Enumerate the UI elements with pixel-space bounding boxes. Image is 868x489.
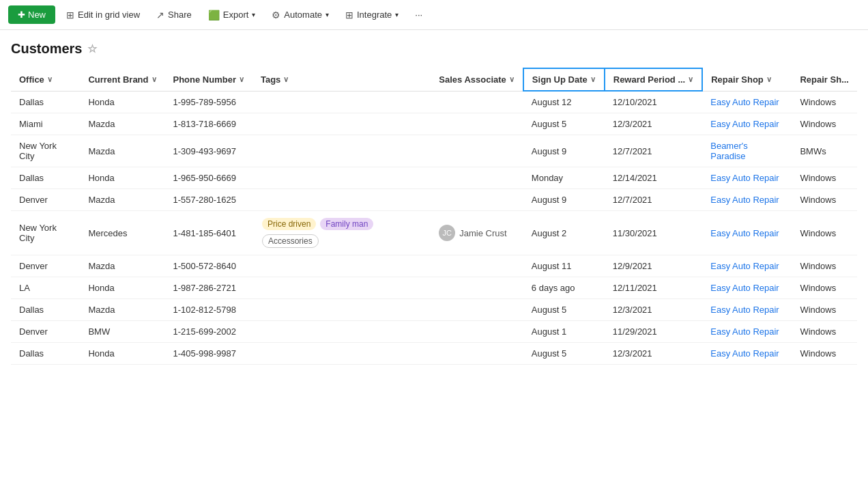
sort-icon-signup: ∨ xyxy=(590,75,596,84)
cell-repair_shop: Easy Auto Repair xyxy=(702,299,792,321)
integrate-button[interactable]: ⊞ Integrate ▾ xyxy=(340,6,404,24)
automate-button[interactable]: ⚙ Automate ▾ xyxy=(266,6,334,24)
cell-office: Miami xyxy=(11,113,80,135)
col-header-tags[interactable]: Tags ∨ xyxy=(252,68,431,91)
chevron-down-icon: ▾ xyxy=(252,11,255,18)
repair-shop-link[interactable]: Easy Auto Repair xyxy=(710,326,779,337)
cell-reward_period: 12/7/2021 xyxy=(605,135,702,167)
repair-shop-link[interactable]: Beamer's Paradise xyxy=(710,141,748,161)
col-header-office[interactable]: Office ∨ xyxy=(11,68,80,91)
repair-shop-link[interactable]: Easy Auto Repair xyxy=(710,305,779,315)
cell-office: Denver xyxy=(11,255,80,277)
more-options-button[interactable]: ··· xyxy=(409,6,428,23)
cell-phone_number: 1-405-998-9987 xyxy=(165,343,252,365)
repair-shop-link[interactable]: Easy Auto Repair xyxy=(710,348,779,359)
cell-office: Dallas xyxy=(11,299,80,321)
cell-sign_up_date: August 5 xyxy=(523,343,605,365)
table-row: DallasHonda1-995-789-5956August 1212/10/… xyxy=(11,91,857,113)
avatar: JC xyxy=(439,225,455,241)
tag-badge: Accessories xyxy=(262,234,319,248)
chevron-down-icon: ▾ xyxy=(326,11,329,18)
col-header-current-brand[interactable]: Current Brand ∨ xyxy=(80,68,164,91)
cell-current_brand: Mazda xyxy=(80,299,164,321)
repair-shop-link[interactable]: Easy Auto Repair xyxy=(710,173,779,183)
repair-shop-link[interactable]: Easy Auto Repair xyxy=(710,97,779,107)
sort-icon-repair: ∨ xyxy=(766,75,772,84)
table-row: DenverMazda1-557-280-1625August 912/7/20… xyxy=(11,189,857,211)
repair-shop-link[interactable]: Easy Auto Repair xyxy=(710,228,779,238)
table-row: DenverBMW1-215-699-2002August 111/29/202… xyxy=(11,321,857,343)
automate-icon: ⚙ xyxy=(272,10,280,20)
cell-phone_number: 1-309-493-9697 xyxy=(165,135,252,167)
cell-phone_number: 1-102-812-5798 xyxy=(165,299,252,321)
repair-shop-link[interactable]: Easy Auto Repair xyxy=(710,119,779,129)
cell-sales_associate xyxy=(431,135,523,167)
cell-phone_number: 1-481-185-6401 xyxy=(165,211,252,255)
cell-sign_up_date: August 1 xyxy=(523,321,605,343)
cell-phone_number: 1-813-718-6669 xyxy=(165,113,252,135)
cell-current_brand: Mercedes xyxy=(80,211,164,255)
page-content: Customers ☆ Office ∨ Current Brand ∨ xyxy=(0,30,868,365)
cell-repair_sh2: Windows xyxy=(792,277,857,299)
cell-current_brand: Honda xyxy=(80,343,164,365)
cell-sign_up_date: August 5 xyxy=(523,299,605,321)
export-button[interactable]: 🟩 Export ▾ xyxy=(203,6,261,24)
cell-phone_number: 1-995-789-5956 xyxy=(165,91,252,113)
cell-repair_sh2: Windows xyxy=(792,299,857,321)
sort-icon-brand: ∨ xyxy=(151,75,157,84)
col-header-phone-number[interactable]: Phone Number ∨ xyxy=(165,68,252,91)
cell-reward_period: 12/10/2021 xyxy=(605,91,702,113)
cell-repair_shop: Easy Auto Repair xyxy=(702,321,792,343)
share-button[interactable]: ↗ Share xyxy=(151,6,197,24)
col-header-repair-shop[interactable]: Repair Shop ∨ xyxy=(702,68,792,91)
cell-sales_associate xyxy=(431,321,523,343)
grid-icon: ⊞ xyxy=(66,10,74,20)
table-row: DenverMazda1-500-572-8640August 1112/9/2… xyxy=(11,255,857,277)
tag-badge: Price driven xyxy=(262,218,316,230)
cell-sales_associate xyxy=(431,113,523,135)
table-row: LAHonda1-987-286-27216 days ago12/11/202… xyxy=(11,277,857,299)
sort-icon-office: ∨ xyxy=(47,75,53,84)
cell-repair_sh2: Windows xyxy=(792,91,857,113)
repair-shop-link[interactable]: Easy Auto Repair xyxy=(710,195,779,205)
chevron-down-icon: ▾ xyxy=(395,11,399,18)
cell-office: Dallas xyxy=(11,343,80,365)
favorite-star-icon[interactable]: ☆ xyxy=(87,42,97,55)
cell-reward_period: 12/11/2021 xyxy=(605,277,702,299)
cell-tags xyxy=(252,277,431,299)
cell-repair_sh2: Windows xyxy=(792,343,857,365)
cell-sales_associate xyxy=(431,299,523,321)
table-row: New York CityMazda1-309-493-9697August 9… xyxy=(11,135,857,167)
cell-repair_shop: Easy Auto Repair xyxy=(702,343,792,365)
cell-reward_period: 12/7/2021 xyxy=(605,189,702,211)
cell-repair_shop: Easy Auto Repair xyxy=(702,189,792,211)
edit-grid-button[interactable]: ⊞ Edit in grid view xyxy=(61,6,145,24)
cell-current_brand: Mazda xyxy=(80,135,164,167)
cell-office: LA xyxy=(11,277,80,299)
toolbar: ✚ New ⊞ Edit in grid view ↗ Share 🟩 Expo… xyxy=(0,0,868,30)
cell-repair_sh2: Windows xyxy=(792,189,857,211)
cell-tags xyxy=(252,135,431,167)
repair-shop-link[interactable]: Easy Auto Repair xyxy=(710,261,779,271)
cell-sign_up_date: August 5 xyxy=(523,113,605,135)
cell-repair_sh2: Windows xyxy=(792,211,857,255)
cell-tags xyxy=(252,189,431,211)
associate-name: Jamie Crust xyxy=(459,228,506,238)
cell-repair_shop: Easy Auto Repair xyxy=(702,113,792,135)
new-button[interactable]: ✚ New xyxy=(8,5,55,24)
col-header-reward-period[interactable]: Reward Period ... ∨ xyxy=(605,68,702,91)
col-header-sign-up-date[interactable]: Sign Up Date ∨ xyxy=(523,68,605,91)
repair-shop-link[interactable]: Easy Auto Repair xyxy=(710,283,779,293)
cell-sales_associate xyxy=(431,255,523,277)
col-header-sales-associate[interactable]: Sales Associate ∨ xyxy=(431,68,523,91)
cell-phone_number: 1-215-699-2002 xyxy=(165,321,252,343)
cell-current_brand: BMW xyxy=(80,321,164,343)
customers-table: Office ∨ Current Brand ∨ Phone Number xyxy=(11,68,857,365)
cell-office: New York City xyxy=(11,211,80,255)
cell-current_brand: Honda xyxy=(80,91,164,113)
cell-tags xyxy=(252,321,431,343)
cell-reward_period: 11/30/2021 xyxy=(605,211,702,255)
cell-repair_sh2: Windows xyxy=(792,167,857,189)
col-header-repair-sh2[interactable]: Repair Sh... xyxy=(792,68,857,91)
plus-icon: ✚ xyxy=(18,10,25,20)
